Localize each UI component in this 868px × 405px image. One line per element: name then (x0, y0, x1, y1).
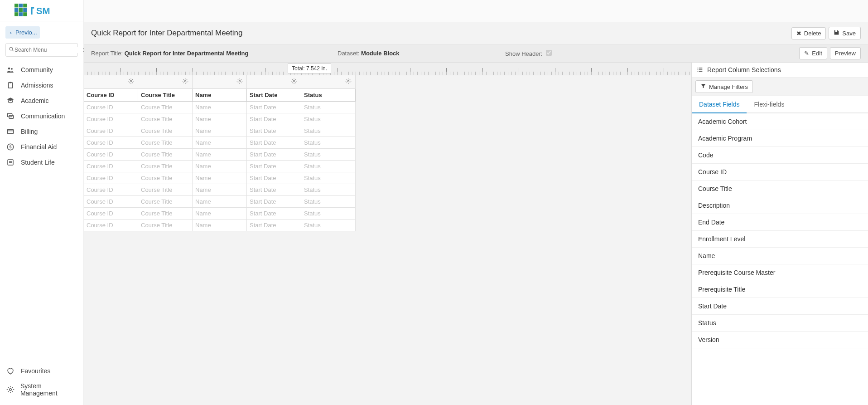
field-item[interactable]: Course Title (692, 181, 868, 197)
cell-name: Name (193, 172, 247, 184)
cap-icon (6, 97, 15, 105)
cell-startdate: Start Date (247, 172, 301, 184)
cell-startdate: Start Date (247, 208, 301, 220)
sidebar-item-community[interactable]: Community (0, 62, 83, 78)
cell-status: Status (301, 196, 356, 208)
column-header-coursetitle[interactable]: Course Title (138, 89, 193, 102)
edit-button[interactable]: ✎ Edit (799, 47, 827, 59)
report-canvas[interactable]: Total: 7.542 in. Course IDCourse TitleNa… (84, 63, 691, 405)
show-header-label: Show Header: (505, 50, 542, 57)
sidebar-item-admissions[interactable]: Admissions (0, 78, 83, 93)
svg-point-30 (347, 80, 349, 82)
cell-courseid: Course ID (84, 196, 138, 208)
cell-coursetitle: Course Title (138, 125, 193, 137)
filter-bar: Manage Filters (692, 78, 868, 96)
field-item[interactable]: Academic Program (692, 130, 868, 147)
menu-search[interactable]: ✕ (5, 43, 78, 57)
column-header-courseid[interactable]: Course ID (84, 89, 138, 102)
cell-courseid: Course ID (84, 220, 138, 231)
dataset-value: Module Block (361, 50, 400, 57)
cell-courseid: Course ID (84, 149, 138, 161)
field-item[interactable]: End Date (692, 214, 868, 231)
show-header-checkbox[interactable] (546, 50, 552, 56)
svg-rect-3 (14, 8, 18, 12)
cell-coursetitle: Course Title (138, 196, 193, 208)
field-item[interactable]: Version (692, 332, 868, 348)
cell-courseid: Course ID (84, 161, 138, 172)
pencil-icon: ✎ (804, 50, 809, 57)
column-gear-coursetitle[interactable] (138, 75, 193, 89)
field-item[interactable]: Enrollment Level (692, 231, 868, 248)
field-item[interactable]: Course ID (692, 164, 868, 181)
heart-icon (6, 367, 15, 375)
tab-dataset-fields[interactable]: Dataset Fields (692, 96, 747, 113)
sidebar-item-label: Financial Aid (21, 143, 57, 151)
field-item[interactable]: Prerequisite Title (692, 281, 868, 298)
cell-status: Status (301, 137, 356, 149)
preview-button[interactable]: Preview (830, 47, 861, 59)
preview-label: Preview (835, 50, 856, 57)
column-header-status[interactable]: Status (301, 89, 356, 102)
page-titlebar: Quick Report for Inter Departmental Meet… (84, 22, 868, 44)
tab-flexi-fields[interactable]: Flexi-fields (747, 96, 791, 113)
column-gear-name[interactable] (193, 75, 247, 89)
sidebar-item-systemmgmt[interactable]: System Management (0, 379, 83, 400)
svg-rect-7 (19, 12, 23, 16)
cell-startdate: Start Date (247, 184, 301, 196)
svg-rect-1 (19, 4, 23, 7)
field-item[interactable]: Description (692, 197, 868, 214)
search-input[interactable] (14, 47, 82, 53)
field-item[interactable]: Status (692, 315, 868, 332)
app-logo[interactable]: SM (0, 0, 84, 21)
manage-filters-button[interactable]: Manage Filters (695, 80, 753, 93)
previous-button[interactable]: ‹ Previo... (5, 26, 40, 39)
sidebar-item-academic[interactable]: Academic (0, 93, 83, 108)
svg-rect-8 (23, 12, 27, 16)
svg-rect-5 (23, 8, 27, 12)
clipboard-icon (6, 81, 15, 89)
sidebar-item-communication[interactable]: Communication (0, 108, 83, 124)
info-bar: Report Title: Quick Report for Inter Dep… (84, 44, 868, 63)
column-gear-status[interactable] (301, 75, 356, 89)
cell-courseid: Course ID (84, 208, 138, 220)
delete-button[interactable]: ✖ Delete (791, 27, 826, 39)
right-panel-tabs: Dataset Fields Flexi-fields (692, 96, 868, 113)
column-gear-startdate[interactable] (247, 75, 301, 89)
save-button[interactable]: Save (829, 27, 861, 39)
previous-label: Previo... (15, 29, 37, 36)
table-row: Course IDCourse TitleNameStart DateStatu… (84, 220, 356, 231)
sidebar-item-financialaid[interactable]: $Financial Aid (0, 139, 83, 155)
table-row: Course IDCourse TitleNameStart DateStatu… (84, 184, 356, 196)
cell-startdate: Start Date (247, 137, 301, 149)
main-menu: CommunityAdmissionsAcademicCommunication… (0, 62, 83, 363)
column-gear-courseid[interactable] (84, 75, 138, 89)
field-item[interactable]: Academic Cohort (692, 113, 868, 130)
field-item[interactable]: Name (692, 248, 868, 264)
field-list: Academic CohortAcademic ProgramCodeCours… (692, 113, 868, 405)
sidebar-item-billing[interactable]: Billing (0, 124, 83, 139)
column-header-startdate[interactable]: Start Date (247, 89, 301, 102)
sidebar-item-studentlife[interactable]: Student Life (0, 155, 83, 170)
sidebar-item-label: Community (21, 66, 53, 73)
dataset-label: Dataset: (338, 50, 359, 57)
sidebar-item-favourites[interactable]: Favourites (0, 363, 83, 379)
cell-startdate: Start Date (247, 125, 301, 137)
cell-name: Name (193, 196, 247, 208)
gear-icon (128, 78, 134, 86)
field-item[interactable]: Start Date (692, 298, 868, 315)
gear-icon (182, 78, 188, 86)
field-item[interactable]: Prerequisite Course Master (692, 264, 868, 281)
gear-icon (236, 78, 243, 86)
cell-status: Status (301, 184, 356, 196)
cell-status: Status (301, 161, 356, 172)
cell-name: Name (193, 125, 247, 137)
svg-point-12 (8, 68, 10, 70)
save-icon (834, 29, 839, 37)
card-icon (6, 127, 15, 136)
search-icon (9, 46, 14, 54)
cell-startdate: Start Date (247, 102, 301, 113)
sidebar-item-label: Academic (21, 97, 48, 104)
column-header-name[interactable]: Name (193, 89, 247, 102)
group-icon (6, 66, 15, 74)
field-item[interactable]: Code (692, 147, 868, 164)
